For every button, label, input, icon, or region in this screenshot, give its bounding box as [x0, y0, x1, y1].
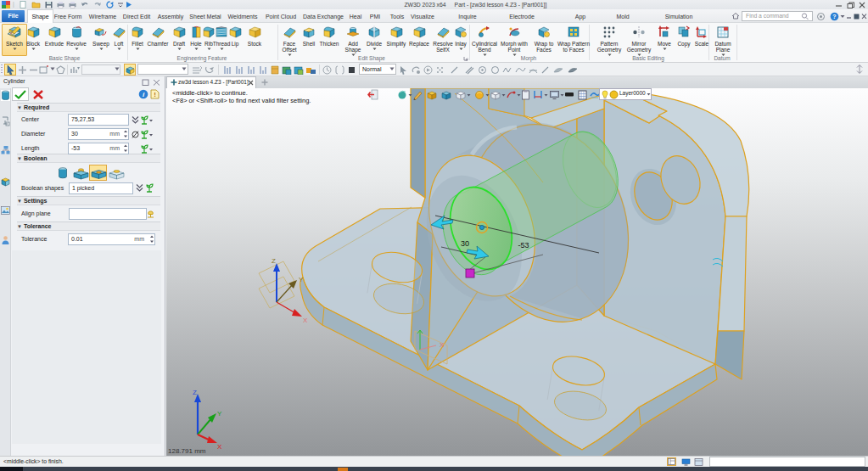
svg-text:-53: -53 — [518, 241, 529, 250]
svg-text:Y: Y — [217, 410, 222, 418]
svg-text:?: ? — [832, 14, 836, 20]
svg-text:30: 30 — [461, 239, 469, 248]
svg-text:Z: Z — [272, 257, 276, 265]
svg-text:X: X — [303, 317, 308, 324]
svg-text:128.791 mm: 128.791 mm — [168, 447, 206, 455]
svg-text:<F8> or <Shift-roll> to find n: <F8> or <Shift-roll> to find next valid … — [172, 97, 311, 104]
svg-text:Z: Z — [193, 389, 197, 396]
svg-text:X: X — [217, 443, 222, 451]
svg-text:<middle-click> to continue.: <middle-click> to continue. — [172, 89, 248, 97]
svg-text:!: ! — [154, 91, 156, 98]
svg-text:X: X — [440, 341, 445, 349]
svg-text:Y: Y — [299, 276, 304, 283]
